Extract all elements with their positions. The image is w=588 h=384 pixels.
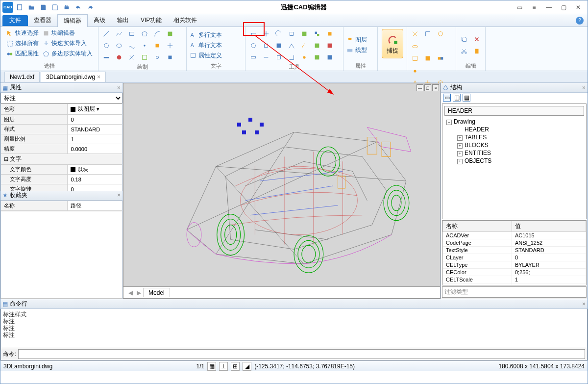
draw-tool-9-icon[interactable]: [127, 52, 137, 62]
draw-tool-6-icon[interactable]: [165, 41, 175, 51]
circle-icon[interactable]: [101, 41, 111, 51]
tool-5-icon[interactable]: [299, 29, 309, 39]
model-tab-next-icon[interactable]: ▶: [135, 289, 143, 296]
draw-tool-11-icon[interactable]: [152, 52, 162, 62]
tab-viewer[interactable]: 查看器: [28, 14, 57, 26]
snap-8-icon[interactable]: [410, 66, 420, 76]
copy-icon[interactable]: [459, 34, 469, 44]
tab-advanced[interactable]: 高级: [88, 14, 111, 26]
tree-node-blocks[interactable]: +BLOCKS: [455, 141, 584, 149]
struct-view2-icon[interactable]: ◫: [453, 94, 461, 102]
grid-toggle-icon[interactable]: ⊥: [219, 362, 228, 371]
tree-node-entities[interactable]: +ENTITIES: [455, 149, 584, 157]
undo-icon[interactable]: [73, 2, 84, 13]
tab-related[interactable]: 相关软件: [168, 14, 203, 26]
polygon-icon[interactable]: [140, 29, 149, 39]
draw-tool-5-icon[interactable]: [152, 41, 162, 51]
match-properties-button[interactable]: 匹配属性: [6, 50, 39, 58]
app-icon[interactable]: CAD: [2, 2, 13, 13]
tree-node-objects[interactable]: +OBJECTS: [455, 157, 584, 165]
tool-6-icon[interactable]: [312, 29, 322, 39]
commandline-input[interactable]: [18, 349, 585, 359]
tree-root[interactable]: −Drawing: [444, 118, 584, 126]
snap-5-icon[interactable]: [410, 53, 420, 63]
tool-19-icon[interactable]: [299, 52, 309, 62]
ellipse-icon[interactable]: [114, 41, 124, 51]
draw-tool-8-icon[interactable]: [114, 52, 124, 62]
close-tab-icon[interactable]: ×: [97, 74, 100, 80]
tool-9-icon[interactable]: [261, 41, 271, 51]
structure-tree[interactable]: HEADER −Drawing HEADER +TABLES +BLOCKS +…: [442, 103, 587, 219]
arc-icon[interactable]: [152, 29, 162, 39]
snap-1-icon[interactable]: [410, 29, 420, 39]
tab-vip[interactable]: VIP功能: [135, 14, 168, 26]
drawing-canvas[interactable]: — ▢ ×: [123, 83, 441, 299]
mtext-button[interactable]: A多行文本: [190, 31, 242, 39]
struct-view3-icon[interactable]: ▦: [463, 94, 470, 102]
minimize-icon[interactable]: —: [543, 2, 554, 13]
tool-4-icon[interactable]: [287, 29, 296, 39]
snap-big-button[interactable]: 捕捉: [382, 29, 403, 58]
struct-view1-icon[interactable]: ▭: [443, 94, 451, 102]
tree-node-header[interactable]: HEADER: [455, 126, 584, 133]
paste-icon[interactable]: [472, 46, 482, 56]
save-as-icon[interactable]: [49, 2, 60, 13]
rectangle-icon[interactable]: [127, 29, 137, 39]
help-icon[interactable]: ?: [576, 17, 584, 25]
tool-14-icon[interactable]: [325, 41, 335, 51]
quick-select-button[interactable]: 快速选择: [6, 29, 39, 37]
draw-tool-12-icon[interactable]: [165, 52, 175, 62]
close-icon[interactable]: ✕: [573, 2, 584, 13]
tool-17-icon[interactable]: [274, 52, 284, 62]
favorites-close-icon[interactable]: ×: [117, 192, 121, 199]
tool-21-icon[interactable]: [325, 52, 335, 62]
snap-toggle-icon[interactable]: ▦: [207, 362, 216, 371]
draw-tool-7-icon[interactable]: [101, 52, 111, 62]
model-tab[interactable]: Model: [143, 288, 170, 297]
open-file-icon[interactable]: [26, 2, 37, 13]
tree-node-tables[interactable]: +TABLES: [455, 133, 584, 141]
maximize-icon[interactable]: ▢: [558, 2, 569, 13]
attdef-button[interactable]: 属性定义: [190, 51, 242, 60]
spline-icon[interactable]: [127, 41, 137, 51]
tool-7-icon[interactable]: [325, 29, 335, 39]
doc-tab-new1[interactable]: New1.dxf: [4, 72, 40, 82]
polygon-input-button[interactable]: 多边形实体输入: [43, 50, 93, 58]
select-all-button[interactable]: 选择所有: [6, 39, 39, 48]
cut-icon[interactable]: [459, 46, 469, 56]
snap-4-icon[interactable]: [410, 42, 420, 51]
model-tab-prev-icon[interactable]: ◀: [126, 289, 135, 296]
tool-16-icon[interactable]: [261, 52, 271, 62]
hatch-icon[interactable]: [165, 29, 175, 39]
line-icon[interactable]: [101, 29, 111, 39]
layer-button[interactable]: 图层: [346, 36, 374, 44]
tool-13-icon[interactable]: [312, 41, 322, 51]
delete-icon[interactable]: [472, 34, 482, 44]
snap-2-icon[interactable]: [423, 29, 433, 39]
ortho-toggle-icon[interactable]: ⊞: [231, 362, 240, 371]
doc-tab-lamborgini[interactable]: 3DLamborgini.dwg×: [41, 72, 106, 82]
tool-20-icon[interactable]: [312, 52, 322, 62]
snap-3-icon[interactable]: [436, 29, 445, 39]
tool-15-icon[interactable]: [248, 52, 258, 62]
ribbon-toggle-icon[interactable]: ▭: [514, 2, 525, 13]
filter-type-input[interactable]: 过滤类型: [442, 286, 587, 298]
tool-8-icon[interactable]: [248, 41, 258, 51]
properties-close-icon[interactable]: ×: [117, 84, 121, 91]
linetype-button[interactable]: 线型: [346, 46, 374, 54]
properties-type-dropdown[interactable]: 标注: [0, 93, 122, 103]
structure-close-icon[interactable]: ×: [582, 84, 586, 91]
tool-11-icon[interactable]: [287, 41, 296, 51]
tool-10-icon[interactable]: [274, 41, 284, 51]
tool-12-icon[interactable]: [299, 41, 309, 51]
commandline-close-icon[interactable]: ×: [582, 301, 586, 307]
draw-tool-10-icon[interactable]: [140, 52, 149, 62]
quick-import-button[interactable]: 快速实体导入: [43, 39, 93, 48]
point-icon[interactable]: [140, 41, 149, 51]
tab-output[interactable]: 输出: [111, 14, 135, 26]
snap-7-icon[interactable]: [436, 53, 445, 63]
polyline-icon[interactable]: [114, 29, 124, 39]
save-icon[interactable]: [38, 2, 49, 13]
tool-18-icon[interactable]: [287, 52, 296, 62]
block-editor-button[interactable]: 块编辑器: [43, 29, 93, 37]
